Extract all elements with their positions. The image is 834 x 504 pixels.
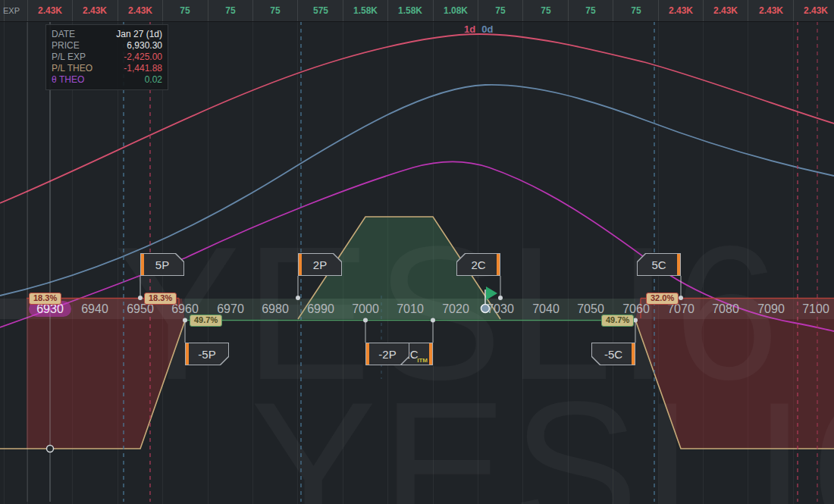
probability-badge: 32.0% bbox=[646, 293, 679, 305]
tooltip-label: θ THEO bbox=[52, 74, 84, 86]
axis-tick-label: 7100 bbox=[793, 302, 834, 316]
expiry-legend[interactable]: 1d0d bbox=[464, 23, 499, 35]
header-cell: 75 bbox=[162, 0, 208, 21]
tooltip-value: -1,441.88 bbox=[124, 63, 162, 74]
axis-tick-label: 6980 bbox=[252, 302, 298, 316]
axis-tick-label: 7090 bbox=[748, 302, 794, 316]
tag-anchor-dot[interactable] bbox=[138, 296, 143, 300]
header-cell: 2.43K bbox=[748, 0, 794, 21]
header-cell: 1.58K bbox=[387, 0, 433, 21]
strike-tag-minus-5c[interactable]: -5C bbox=[591, 343, 635, 365]
watermark-text-2: YESLI6 bbox=[250, 363, 834, 504]
strike-tag-5p[interactable]: 5P bbox=[140, 253, 184, 276]
header-cell: 2.43K bbox=[118, 0, 163, 21]
header-cell: 2.43K bbox=[72, 0, 118, 21]
axis-tick-label: 7000 bbox=[343, 302, 388, 316]
axis-tick-label: 7080 bbox=[703, 302, 748, 316]
data-tooltip: DATEJan 27 (1d)PRICE6,930.30P/L EXP-2,42… bbox=[45, 24, 168, 90]
probability-badge: 18.3% bbox=[144, 293, 177, 305]
tag-anchor-dot[interactable] bbox=[183, 318, 187, 323]
tag-anchor-dot[interactable] bbox=[498, 296, 503, 300]
probability-badge: 49.7% bbox=[190, 315, 222, 327]
legend-item-1d[interactable]: 1d bbox=[464, 23, 475, 35]
tag-anchor-dot[interactable] bbox=[363, 318, 368, 323]
tooltip-label: DATE bbox=[52, 29, 75, 40]
strike-tag-label: -2P bbox=[365, 343, 409, 365]
header-cell: 75 bbox=[613, 0, 659, 21]
tooltip-row: P/L THEO-1,441.88 bbox=[52, 63, 162, 74]
tag-anchor-dot[interactable] bbox=[679, 296, 683, 300]
probability-badge: 18.3% bbox=[29, 293, 61, 305]
strike-tag-2p[interactable]: 2P bbox=[298, 253, 342, 276]
tooltip-value: Jan 27 (1d) bbox=[116, 29, 162, 40]
current-pl-marker bbox=[47, 446, 54, 452]
tooltip-row: DATEJan 27 (1d) bbox=[52, 29, 162, 40]
strike-tag-label: -5P bbox=[185, 343, 229, 365]
axis-tick-label: 7010 bbox=[387, 302, 433, 316]
strike-tag-label: 5C bbox=[637, 253, 681, 276]
header-cell: 75 bbox=[523, 0, 569, 21]
options-strategy-chart: YESLI6 YESLI6 bbox=[0, 0, 834, 504]
strike-tag-label: 2C bbox=[456, 253, 500, 276]
tooltip-row: PRICE6,930.30 bbox=[52, 40, 162, 52]
tooltip-row: θ THEO0.02 bbox=[52, 74, 162, 86]
header-cell: 75 bbox=[478, 0, 523, 21]
header-cell: 2.43K bbox=[658, 0, 704, 21]
header-cell: 75 bbox=[568, 0, 613, 21]
strike-tag-5c[interactable]: 5C bbox=[637, 253, 681, 276]
axis-tick-label: 6990 bbox=[298, 302, 343, 316]
tooltip-row: P/L EXP-2,425.00 bbox=[52, 52, 162, 63]
tag-anchor-dot[interactable] bbox=[431, 318, 435, 323]
strike-tag-label: 2P bbox=[298, 253, 342, 276]
tooltip-label: PRICE bbox=[52, 40, 80, 52]
axis-tick-label: 7030 bbox=[478, 302, 523, 316]
header-cell: 575 bbox=[298, 0, 343, 21]
header-cell: 1.08K bbox=[433, 0, 478, 21]
exp-row-label: EXP bbox=[3, 0, 20, 21]
probability-badge: 49.7% bbox=[601, 315, 634, 327]
volume-header-row: 2.43K2.43K2.43K7575755751.58K1.58K1.08K7… bbox=[0, 0, 834, 22]
tooltip-value: 0.02 bbox=[145, 74, 162, 86]
header-cell: 75 bbox=[252, 0, 298, 21]
strike-tag-minus-5p[interactable]: -5P bbox=[185, 343, 229, 365]
strike-tag-2c[interactable]: 2C bbox=[456, 253, 500, 276]
header-cell: 2.43K bbox=[703, 0, 748, 21]
axis-tick-label: 7020 bbox=[433, 302, 478, 316]
header-cell: 1.58K bbox=[343, 0, 388, 21]
tooltip-value: -2,425.00 bbox=[124, 52, 162, 63]
strike-tag-label: -5C bbox=[591, 343, 635, 365]
header-cell: 2.43K bbox=[793, 0, 834, 21]
header-cell: 75 bbox=[208, 0, 253, 21]
axis-tick-label: 6940 bbox=[72, 302, 118, 316]
tooltip-value: 6,930.30 bbox=[127, 40, 162, 52]
tag-anchor-dot[interactable] bbox=[296, 296, 300, 300]
tooltip-label: P/L THEO bbox=[52, 63, 92, 74]
strike-tag-minus-2p[interactable]: -2P bbox=[365, 343, 409, 365]
tooltip-label: P/L EXP bbox=[52, 52, 86, 63]
axis-tick-label: 7040 bbox=[523, 302, 569, 316]
strike-tag-label: 5P bbox=[140, 253, 184, 276]
legend-item-0d[interactable]: 0d bbox=[481, 23, 493, 35]
header-cell: 2.43K bbox=[27, 0, 73, 21]
itm-badge: ITM bbox=[417, 357, 428, 364]
